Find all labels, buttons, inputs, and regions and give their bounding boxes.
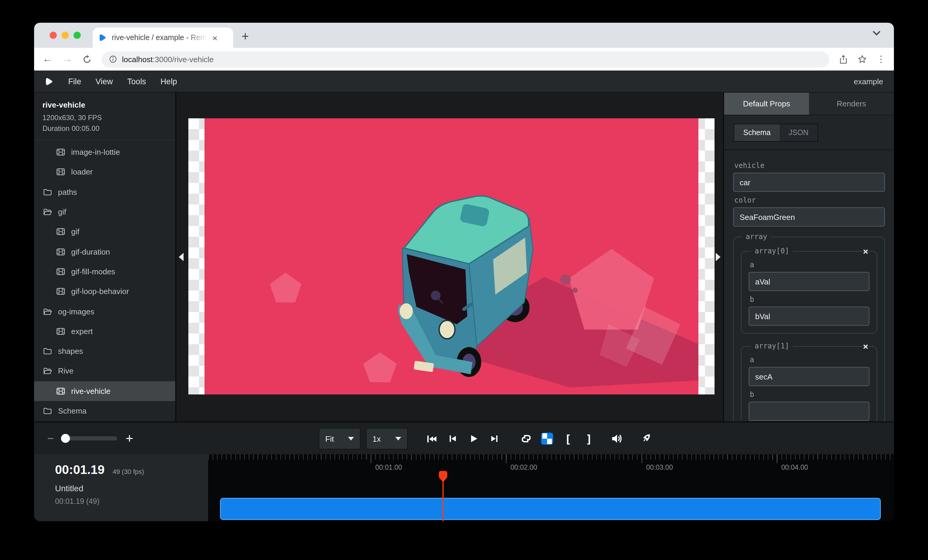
set-in-point-button[interactable]: [ (560, 428, 576, 449)
back-icon[interactable]: ← (43, 53, 53, 65)
array-0-input-a[interactable]: aVal (749, 272, 869, 291)
rocket-icon (640, 432, 653, 445)
sidebar-folder-rive[interactable]: Rive (34, 361, 175, 381)
close-window-button[interactable] (50, 32, 57, 39)
next-frame-button[interactable] (487, 428, 502, 449)
sidebar-item-loader[interactable]: loader (34, 162, 175, 182)
loop-toggle-button[interactable] (518, 428, 534, 449)
sidebar-folder-shapes[interactable]: shapes (34, 341, 175, 361)
tab-title: rive-vehicle / example - Remoti (112, 33, 208, 42)
jump-to-start-button[interactable] (424, 428, 440, 449)
sidebar-folder-schema[interactable]: Schema (34, 401, 175, 421)
new-tab-button[interactable]: + (241, 29, 249, 44)
browser-menu-icon[interactable]: ⋮ (876, 54, 885, 65)
sidebar-item-gif-loop-behavior[interactable]: gif-loop-behavior (34, 282, 175, 301)
browser-window: rive-vehicle / example - Remoti × + ← → (34, 23, 894, 521)
play-icon (468, 433, 479, 445)
array-item-0-legend: array[0] (751, 247, 793, 255)
tab-close-icon[interactable]: × (212, 33, 218, 42)
collapse-right-panel-arrow[interactable] (716, 253, 720, 261)
skip-start-icon (426, 432, 438, 445)
bundle-name-label: example (854, 77, 883, 86)
bookmark-star-icon[interactable] (858, 55, 867, 64)
remotion-favicon (99, 33, 107, 42)
zoom-slider[interactable] (62, 436, 117, 440)
browser-toolbar: ← → localhost:3000/rive-vehicle (34, 48, 894, 70)
sidebar-item-rive-vehicle[interactable]: rive-vehicle (34, 381, 175, 401)
mute-toggle-button[interactable] (609, 428, 625, 449)
playhead-marker[interactable] (439, 471, 447, 483)
remove-array-item-0-icon[interactable]: × (863, 246, 868, 256)
timeline-tracks-area: 00:01.00 00:02.00 00:03.00 00:04.00 (208, 454, 894, 521)
browser-tab-strip: rive-vehicle / example - Remoti × + (34, 23, 894, 48)
forward-icon[interactable]: → (62, 53, 72, 65)
field-label-color: color (734, 196, 885, 204)
screen: rive-vehicle / example - Remoti × + ← → (0, 0, 928, 560)
zoom-out-button[interactable]: − (47, 432, 54, 445)
sidebar-folder-og-images[interactable]: og-images (34, 301, 175, 321)
sidebar-item-expert[interactable]: expert (34, 321, 175, 341)
loop-icon (520, 432, 533, 445)
search-tabs-chevron-icon[interactable] (872, 30, 881, 36)
previous-frame-button[interactable] (445, 428, 460, 449)
play-button[interactable] (466, 428, 481, 449)
array-0-input-b[interactable]: bVal (749, 307, 869, 326)
sidebar-item-image-in-lottie[interactable]: image-in-lottie (34, 142, 175, 162)
next-frame-icon (488, 433, 501, 445)
props-fields: vehicle car color SeaFoamGreen array arr… (724, 150, 894, 422)
zoom-controls: − + (47, 423, 133, 454)
zoom-in-button[interactable]: + (125, 431, 133, 446)
timeline-info-panel: 00:01.19 49 (30 fps) Untitled 00:01.19 (… (34, 454, 208, 521)
url-path: :3000/rive-vehicle (153, 55, 214, 64)
tab-default-props[interactable]: Default Props (724, 93, 809, 115)
timeline-ruler[interactable]: 00:01.00 00:02.00 00:03.00 00:04.00 (208, 454, 894, 477)
menu-help[interactable]: Help (160, 77, 177, 86)
set-out-point-button[interactable]: ] (581, 428, 597, 449)
transparency-checkerboard-toggle[interactable] (539, 428, 555, 449)
array-fieldset: array array[0] × a aVal b bVal array[1] … (733, 233, 885, 422)
transport-controls: Fit 1x (319, 428, 654, 449)
playback-rate-select[interactable]: 1x (366, 428, 408, 449)
address-bar[interactable]: localhost:3000/rive-vehicle (102, 51, 829, 67)
mode-json[interactable]: JSON (780, 124, 818, 141)
sidebar-item-gif-fill-modes[interactable]: gif-fill-modes (34, 262, 175, 282)
chevron-down-icon (348, 437, 354, 440)
fit-select[interactable]: Fit (319, 428, 360, 449)
collapse-left-panel-arrow[interactable] (179, 253, 183, 261)
array-0-label-a: a (750, 260, 869, 269)
sidebar-item-gif-duration[interactable]: gif-duration (34, 242, 175, 262)
window-traffic-lights[interactable] (50, 32, 81, 39)
fast-refresh-button[interactable] (639, 428, 654, 449)
tab-renders[interactable]: Renders (809, 93, 894, 115)
array-1-input-a[interactable]: secA (749, 367, 869, 386)
sidebar-item-gif[interactable]: gif (34, 222, 175, 242)
composition-viewport (188, 118, 714, 394)
reload-icon[interactable] (82, 54, 92, 64)
site-info-icon[interactable] (109, 55, 117, 63)
ruler-label-4s: 00:04.00 (781, 464, 808, 471)
field-input-color[interactable]: SeaFoamGreen (733, 207, 885, 227)
browser-tab[interactable]: rive-vehicle / example - Remoti × (93, 27, 233, 48)
sidebar-folder-gif[interactable]: gif (34, 202, 175, 222)
track-duration: 00:01.19 (49) (55, 497, 208, 505)
mode-schema[interactable]: Schema (734, 124, 780, 141)
sidebar-folder-paths[interactable]: paths (34, 182, 175, 202)
share-icon[interactable] (839, 54, 848, 64)
array-item-1: array[1] × a secA b (741, 342, 877, 422)
zoom-window-button[interactable] (73, 32, 81, 39)
field-input-vehicle[interactable]: car (733, 173, 885, 192)
menu-view[interactable]: View (96, 77, 113, 86)
ruler-label-1s: 00:01.00 (375, 464, 402, 471)
timeline-track-bar[interactable] (220, 498, 881, 520)
remove-array-item-1-icon[interactable]: × (863, 341, 868, 352)
minimize-window-button[interactable] (62, 32, 69, 39)
zoom-slider-thumb[interactable] (61, 434, 70, 443)
menu-file[interactable]: File (68, 77, 81, 86)
url-host: localhost (122, 55, 153, 64)
checkerboard-icon (541, 433, 553, 445)
props-mode-toggle-wrap: Schema JSON (724, 115, 894, 150)
array-1-input-b[interactable] (749, 402, 869, 421)
composition-duration: Duration 00:05.00 (43, 123, 167, 134)
menu-tools[interactable]: Tools (127, 77, 146, 86)
remotion-logo-icon (45, 77, 54, 86)
